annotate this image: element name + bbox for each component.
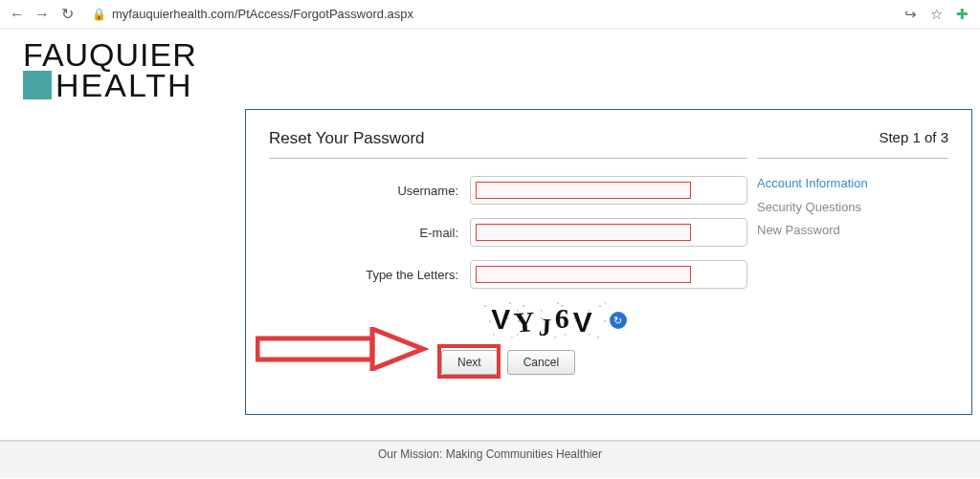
logo-mark-icon: [23, 71, 52, 99]
browser-bar: ← → ↻ 🔒 myfauquierhealth.com/PtAccess/Fo…: [0, 0, 980, 29]
form-column: Username: E-mail: Type the Letters:: [269, 158, 747, 375]
step-security-questions: Security Questions: [757, 196, 948, 220]
captcha-input[interactable]: [470, 260, 747, 289]
cancel-button[interactable]: Cancel: [507, 350, 575, 375]
footer-text: Our Mission: Making Communities Healthie…: [378, 447, 602, 461]
captcha-label: Type the Letters:: [366, 268, 458, 282]
lock-icon: 🔒: [92, 8, 106, 21]
logo-text-1: FAUQUIER: [23, 38, 970, 71]
step-new-password: New Password: [757, 219, 948, 243]
address-bar[interactable]: 🔒 myfauquierhealth.com/PtAccess/ForgotPa…: [82, 5, 423, 23]
url-text: myfauquierhealth.com/PtAccess/ForgotPass…: [112, 7, 413, 21]
share-icon[interactable]: ↪: [901, 6, 921, 23]
back-icon[interactable]: ←: [8, 6, 27, 23]
email-error-highlight: [476, 224, 691, 241]
captcha-refresh-icon[interactable]: ↻: [610, 312, 627, 329]
extension-icon[interactable]: ✚: [952, 6, 972, 23]
captcha-image: VYJ6V: [485, 302, 602, 338]
forward-icon[interactable]: →: [33, 6, 52, 23]
brand-logo: FAUQUIER HEALTH: [23, 38, 970, 101]
reset-password-card: Reset Your Password Step 1 of 3 Username…: [245, 109, 972, 415]
email-label: E-mail:: [420, 226, 458, 240]
star-icon[interactable]: ☆: [926, 6, 947, 23]
username-label: Username:: [397, 184, 458, 198]
step-indicator: Step 1 of 3: [879, 129, 948, 148]
username-input[interactable]: [470, 176, 747, 205]
footer: Our Mission: Making Communities Healthie…: [0, 440, 980, 478]
captcha-error-highlight: [476, 266, 691, 283]
reload-icon[interactable]: ↻: [57, 5, 77, 23]
page-title: Reset Your Password: [269, 129, 425, 148]
email-input[interactable]: [470, 218, 747, 247]
next-button[interactable]: Next: [441, 350, 498, 375]
username-error-highlight: [476, 182, 691, 199]
logo-text-2: HEALTH: [56, 69, 193, 101]
steps-column: Account Information Security Questions N…: [757, 158, 948, 375]
page-content: FAUQUIER HEALTH Reset Your Password Step…: [0, 29, 980, 415]
step-account-info[interactable]: Account Information: [757, 172, 948, 196]
